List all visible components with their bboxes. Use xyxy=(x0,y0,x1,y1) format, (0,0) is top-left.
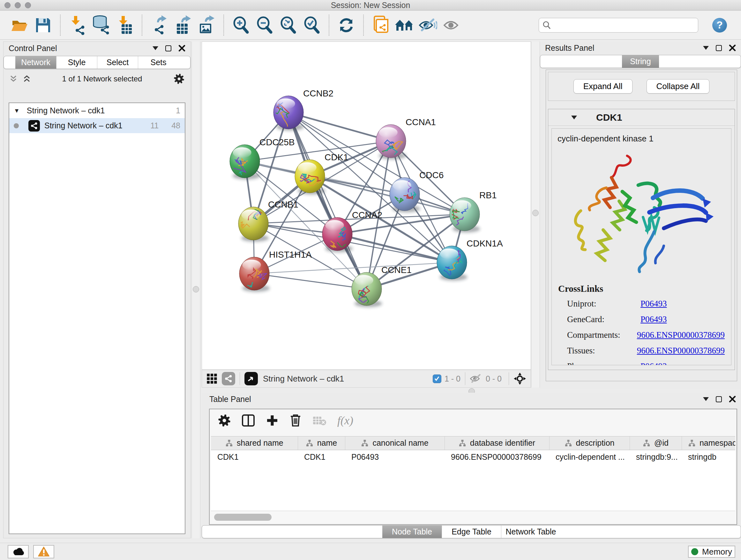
collapse-all-button[interactable]: Collapse All xyxy=(647,79,710,94)
zoom-selected-button[interactable] xyxy=(302,15,322,36)
crosslink-link[interactable]: 9606.ENSP00000378699 xyxy=(637,346,725,356)
float-panel-icon[interactable] xyxy=(716,396,722,402)
network-canvas[interactable]: CCNB2CCNA1CDC25BCDK1CDC6RB1CCNB1CCNA2CDK… xyxy=(202,42,531,370)
network-node[interactable] xyxy=(437,246,467,281)
clone-network-button[interactable] xyxy=(371,15,391,36)
network-badge-icon[interactable] xyxy=(222,372,235,385)
network-node[interactable] xyxy=(390,178,420,212)
network-node[interactable] xyxy=(239,257,270,292)
column-header[interactable]: canonical name xyxy=(345,436,445,450)
section-expander-icon[interactable] xyxy=(571,116,577,119)
search-input[interactable] xyxy=(554,21,695,30)
table-row[interactable]: CDK1CDK1P064939606.ENSP00000378699cyclin… xyxy=(211,450,735,464)
column-header[interactable]: @id xyxy=(630,436,682,450)
warnings-button[interactable] xyxy=(33,545,54,558)
control-panel-title: Control Panel xyxy=(9,44,57,53)
table-cell: P06493 xyxy=(345,450,445,464)
table-cell: cyclin-dependent ... xyxy=(549,450,630,464)
network-options-gear-icon[interactable] xyxy=(173,73,185,84)
left-splitter-handle[interactable] xyxy=(193,286,199,293)
crosslink-label: Pharos: xyxy=(567,361,641,365)
collapse-all-icon[interactable] xyxy=(9,75,17,83)
tab-network-table[interactable]: Network Table xyxy=(501,525,560,538)
column-header[interactable]: description xyxy=(549,436,630,450)
network-node[interactable] xyxy=(230,145,260,185)
table-options-gear-icon[interactable] xyxy=(218,414,231,427)
cloud-status-button[interactable] xyxy=(8,545,29,558)
node-label: CDC6 xyxy=(419,170,444,180)
panel-menu-icon[interactable] xyxy=(152,46,158,50)
network-edge[interactable] xyxy=(288,112,367,289)
crosslink-row: Tissues:9606.ENSP00000378699 xyxy=(558,343,725,359)
network-node[interactable] xyxy=(322,217,358,252)
network-collection-row[interactable]: ▼ String Network – cdk1 1 xyxy=(9,103,185,118)
network-node[interactable] xyxy=(352,272,382,307)
zoom-fit-button[interactable] xyxy=(278,15,298,36)
refresh-button[interactable] xyxy=(336,15,356,36)
zoom-in-button[interactable] xyxy=(231,15,251,36)
expand-all-button[interactable]: Expand All xyxy=(574,79,632,94)
control-panel: Control Panel Network Style Select Sets … xyxy=(3,42,191,538)
column-type-icon xyxy=(688,439,696,447)
network-graph[interactable]: CCNB2CCNA1CDC25BCDK1CDC6RB1CCNB1CCNA2CDK… xyxy=(202,42,531,369)
crosslink-link[interactable]: 9606.ENSP00000378699 xyxy=(637,330,725,340)
right-splitter-handle[interactable] xyxy=(532,210,539,216)
import-network-from-database-button[interactable] xyxy=(91,15,111,36)
delete-column-icon[interactable] xyxy=(289,414,301,427)
grid-view-icon[interactable] xyxy=(206,373,217,384)
network-tree: ▼ String Network – cdk1 1 String Network… xyxy=(9,103,185,534)
expand-all-icon[interactable] xyxy=(23,75,31,83)
tree-expander-icon[interactable]: ▼ xyxy=(14,107,20,114)
crosslink-link[interactable]: P06493 xyxy=(641,299,667,309)
float-panel-icon[interactable] xyxy=(165,45,172,51)
export-image-button[interactable] xyxy=(197,15,216,36)
crosslink-link[interactable]: P06493 xyxy=(641,314,667,324)
import-network-button[interactable] xyxy=(68,15,87,36)
float-panel-icon[interactable] xyxy=(716,45,722,51)
column-type-icon xyxy=(361,439,368,447)
close-panel-icon[interactable] xyxy=(179,45,185,52)
network-node[interactable] xyxy=(295,160,325,194)
help-button[interactable]: ? xyxy=(712,18,727,33)
close-panel-icon[interactable] xyxy=(729,44,736,51)
memory-button[interactable]: Memory xyxy=(688,546,735,558)
export-network-button[interactable] xyxy=(149,15,169,36)
network-node[interactable] xyxy=(447,198,480,233)
panel-menu-icon[interactable] xyxy=(703,397,709,401)
network-node[interactable] xyxy=(237,203,269,242)
tab-select[interactable]: Select xyxy=(97,56,138,69)
show-all-button[interactable] xyxy=(442,15,461,36)
network-node[interactable] xyxy=(269,96,304,131)
node-label: CDK1 xyxy=(325,152,348,162)
tab-sets[interactable]: Sets xyxy=(138,56,179,69)
birdseye-crosshair-icon[interactable] xyxy=(514,372,526,385)
import-table-button[interactable] xyxy=(115,15,135,36)
column-header[interactable]: namespace xyxy=(682,436,735,450)
export-table-button[interactable] xyxy=(173,15,193,36)
tab-network[interactable]: Network xyxy=(15,56,56,69)
selected-checkbox-icon[interactable] xyxy=(433,374,441,383)
hide-selected-button[interactable] xyxy=(418,15,438,36)
network-row[interactable]: String Network – cdk1 11 48 xyxy=(9,118,185,133)
scrollbar-thumb[interactable] xyxy=(214,514,272,521)
column-header[interactable]: name xyxy=(298,436,345,450)
crosslink-label: Uniprot: xyxy=(567,299,641,309)
open-session-button[interactable] xyxy=(10,15,29,36)
network-node[interactable] xyxy=(376,125,406,159)
add-column-icon[interactable] xyxy=(266,414,279,427)
close-panel-icon[interactable] xyxy=(729,395,736,402)
tab-string[interactable]: String xyxy=(622,55,659,68)
save-session-button[interactable] xyxy=(33,15,53,36)
network-edge[interactable] xyxy=(254,273,367,289)
crosslink-link[interactable]: P06493 xyxy=(641,361,667,365)
detach-view-button[interactable] xyxy=(245,372,258,385)
home-button[interactable] xyxy=(394,15,414,36)
tab-node-table[interactable]: Node Table xyxy=(382,525,442,538)
tab-edge-table[interactable]: Edge Table xyxy=(442,525,501,538)
panel-menu-icon[interactable] xyxy=(703,46,709,50)
column-header[interactable]: database identifier xyxy=(445,436,549,450)
tab-style[interactable]: Style xyxy=(56,56,97,69)
column-header[interactable]: shared name xyxy=(211,436,298,450)
zoom-out-button[interactable] xyxy=(255,15,274,36)
show-columns-icon[interactable] xyxy=(242,414,255,427)
